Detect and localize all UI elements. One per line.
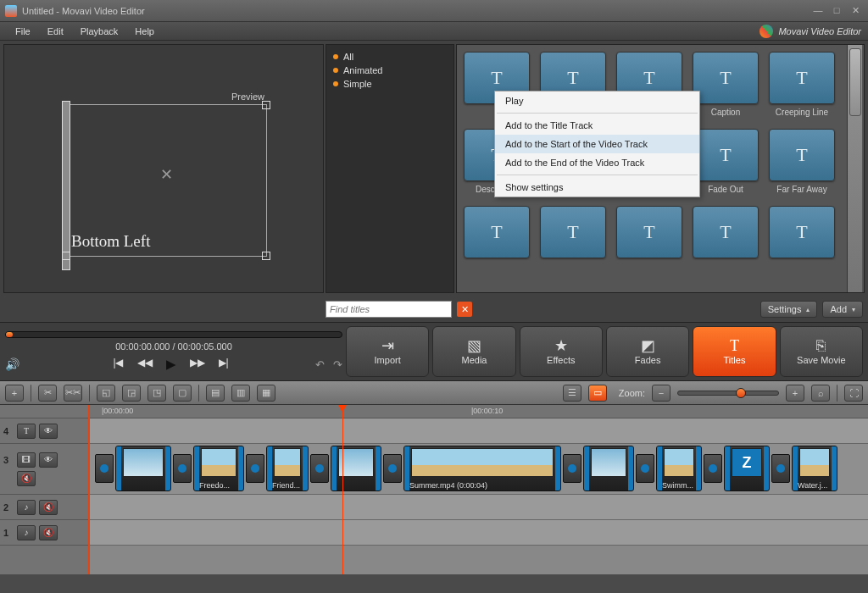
zoom-out-button[interactable]: − bbox=[652, 385, 670, 402]
fullscreen-button[interactable]: ⛶ bbox=[844, 385, 863, 402]
minimize-button[interactable]: — bbox=[810, 5, 826, 17]
prev-keyframe-button[interactable]: |◀ bbox=[113, 357, 123, 372]
title-tile[interactable]: T bbox=[464, 206, 530, 258]
ctx-add-start-video-track[interactable]: Add to the Start of the Video Track bbox=[495, 135, 699, 153]
maximize-button[interactable]: □ bbox=[829, 5, 844, 17]
track-toggle-icon[interactable]: 👁 bbox=[39, 452, 58, 468]
lane-title[interactable] bbox=[90, 418, 868, 444]
tool-button[interactable]: ▦ bbox=[257, 385, 275, 402]
title-tile[interactable]: TFar Far Away bbox=[769, 129, 835, 194]
menu-help[interactable]: Help bbox=[126, 24, 163, 39]
title-tile[interactable]: T bbox=[540, 206, 606, 258]
track-header-3[interactable]: 3🎞👁🔇 bbox=[0, 444, 88, 495]
scrollbar-thumb[interactable] bbox=[849, 48, 861, 116]
zoom-slider[interactable] bbox=[677, 391, 779, 396]
transition[interactable] bbox=[704, 454, 722, 483]
tool-button[interactable]: ▤ bbox=[206, 385, 225, 402]
zoom-slider-thumb[interactable] bbox=[736, 388, 746, 398]
module-effects[interactable]: ★Effects bbox=[520, 326, 603, 377]
play-button[interactable]: ▶ bbox=[166, 357, 176, 372]
move-handle-icon[interactable]: ✕ bbox=[160, 165, 173, 184]
zoom-fit-button[interactable]: ⌕ bbox=[811, 385, 830, 402]
volume-icon[interactable]: 🔊 bbox=[5, 357, 19, 371]
transition[interactable] bbox=[636, 454, 654, 483]
title-tile[interactable]: T bbox=[616, 206, 682, 258]
menu-edit[interactable]: Edit bbox=[39, 24, 72, 39]
tool-button[interactable]: ◳ bbox=[147, 385, 166, 402]
clip[interactable]: Freedo... bbox=[193, 446, 244, 491]
ctx-show-settings[interactable]: Show settings bbox=[495, 178, 699, 197]
module-media[interactable]: ▧Media bbox=[432, 326, 515, 377]
resize-handle-tl[interactable] bbox=[62, 101, 70, 270]
redo-button[interactable]: ↷ bbox=[333, 358, 342, 371]
add-marker-button[interactable]: + bbox=[5, 385, 24, 402]
ctx-play[interactable]: Play bbox=[495, 91, 699, 110]
lane-audio-2[interactable] bbox=[90, 495, 868, 520]
transition[interactable] bbox=[310, 454, 329, 483]
menu-file[interactable]: File bbox=[7, 24, 39, 39]
tool-button[interactable]: ◲ bbox=[122, 385, 141, 402]
clip[interactable]: Friend... bbox=[266, 446, 309, 491]
preview-pane[interactable]: Preview ✕ Bottom Left bbox=[3, 44, 324, 293]
ctx-add-title-track[interactable]: Add to the Title Track bbox=[495, 116, 699, 135]
transition[interactable] bbox=[95, 454, 114, 483]
clip[interactable]: Z bbox=[724, 446, 770, 491]
track-header-1[interactable]: 1♪🔇 bbox=[0, 520, 88, 546]
lane-video[interactable]: Freedo... Friend... Summer.mp4 (0:00:04)… bbox=[90, 444, 868, 495]
mute-icon[interactable]: 🔇 bbox=[17, 471, 36, 486]
playhead[interactable] bbox=[342, 405, 343, 574]
module-titles[interactable]: TTitles bbox=[693, 326, 776, 377]
zoom-in-button[interactable]: + bbox=[786, 385, 804, 402]
title-tile[interactable]: T bbox=[769, 206, 835, 258]
track-toggle-icon[interactable]: 👁 bbox=[39, 424, 58, 439]
view-mode-button[interactable]: ☰ bbox=[563, 385, 581, 402]
resize-handle-tr[interactable] bbox=[262, 101, 270, 109]
preview-position-bar[interactable] bbox=[5, 331, 342, 338]
close-button[interactable]: ✕ bbox=[848, 5, 863, 17]
menu-playback[interactable]: Playback bbox=[72, 24, 127, 39]
track-header-4[interactable]: 4T👁 bbox=[0, 418, 88, 444]
search-titles-input[interactable] bbox=[326, 301, 452, 318]
cut-multi-button[interactable]: ✂✂ bbox=[64, 385, 82, 402]
clip[interactable]: Summer.mp4 (0:00:04) bbox=[403, 446, 561, 491]
clip[interactable] bbox=[583, 446, 634, 491]
transition[interactable] bbox=[771, 454, 790, 483]
ctx-add-end-video-track[interactable]: Add to the End of the Video Track bbox=[495, 153, 699, 172]
next-keyframe-button[interactable]: ▶| bbox=[219, 357, 229, 372]
cut-button[interactable]: ✂ bbox=[38, 385, 57, 402]
tool-button[interactable]: ▥ bbox=[231, 385, 250, 402]
undo-button[interactable]: ↶ bbox=[315, 358, 325, 371]
cat-simple[interactable]: Simple bbox=[333, 77, 447, 91]
title-tile[interactable]: TFade Out bbox=[693, 129, 759, 194]
transition[interactable] bbox=[383, 454, 402, 483]
add-dropdown[interactable]: Add▾ bbox=[822, 301, 863, 318]
transition[interactable] bbox=[563, 454, 581, 483]
module-import[interactable]: ⇥Import bbox=[346, 326, 429, 377]
clip[interactable] bbox=[331, 446, 381, 491]
title-tile[interactable]: TCreeping Line bbox=[769, 52, 835, 117]
clip[interactable]: Swimm... bbox=[656, 446, 702, 491]
tool-button[interactable]: ▢ bbox=[173, 385, 192, 402]
module-fades[interactable]: ◩Fades bbox=[606, 326, 689, 377]
transition[interactable] bbox=[173, 454, 192, 483]
preview-frame[interactable]: Preview ✕ Bottom Left bbox=[65, 104, 267, 257]
tracks-area[interactable]: |00:00:00 |00:00:10 Freedo... Friend... … bbox=[90, 405, 868, 574]
module-save-movie[interactable]: ⎘Save Movie bbox=[780, 326, 863, 377]
cat-all[interactable]: All bbox=[333, 50, 447, 64]
transition[interactable] bbox=[246, 454, 264, 483]
step-fwd-button[interactable]: ▶▶ bbox=[190, 357, 205, 372]
tool-button[interactable]: ◱ bbox=[97, 385, 115, 402]
settings-dropdown[interactable]: Settings▴ bbox=[760, 301, 818, 318]
view-mode-button-active[interactable]: ▭ bbox=[588, 385, 607, 402]
track-header-2[interactable]: 2♪🔇 bbox=[0, 495, 88, 520]
resize-handle-bl[interactable] bbox=[62, 252, 70, 260]
gallery-scrollbar[interactable] bbox=[847, 45, 862, 292]
mute-icon[interactable]: 🔇 bbox=[39, 500, 58, 515]
resize-handle-br[interactable] bbox=[262, 252, 270, 260]
clip[interactable]: Water.j... bbox=[792, 446, 837, 491]
title-tile[interactable]: T bbox=[693, 206, 759, 258]
mute-icon[interactable]: 🔇 bbox=[39, 525, 58, 540]
lane-audio-1[interactable] bbox=[90, 520, 868, 546]
title-tile[interactable]: TCaption bbox=[693, 52, 759, 117]
cat-animated[interactable]: Animated bbox=[333, 64, 447, 77]
